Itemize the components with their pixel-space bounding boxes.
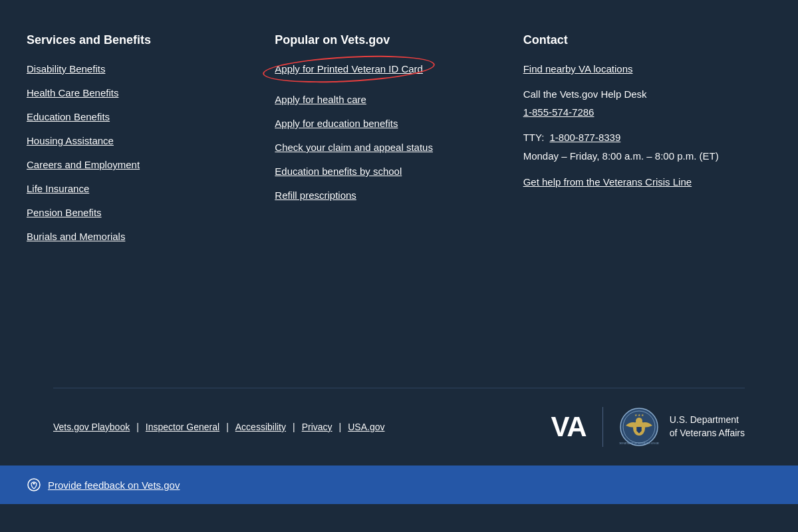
crisis-line-link[interactable]: Get help from the Veterans Crisis Line — [523, 176, 692, 188]
careers-employment-link[interactable]: Careers and Employment — [27, 159, 140, 170]
list-item: Apply for education benefits — [275, 118, 496, 130]
help-desk-label: Call the Vets.gov Help Desk — [523, 87, 745, 102]
list-item: Apply for health care — [275, 94, 496, 106]
list-item: Education benefits by school — [275, 166, 496, 178]
separator: | — [293, 422, 295, 432]
spacer — [27, 281, 771, 388]
apply-education-link[interactable]: Apply for education benefits — [275, 118, 398, 129]
bottom-links: Vets.gov Playbook | Inspector General | … — [53, 422, 384, 432]
list-item: Apply for Printed Veteran ID Card — [275, 63, 496, 75]
logo-divider — [602, 407, 603, 447]
education-benefits-link[interactable]: Education Benefits — [27, 111, 110, 122]
contact-column: Contact Find nearby VA locations Call th… — [523, 33, 771, 255]
hours-text: Monday – Friday, 8:00 a.m. – 8:00 p.m. (… — [523, 149, 745, 164]
footer-bottom: Vets.gov Playbook | Inspector General | … — [27, 388, 771, 466]
dept-line2: of Veterans Affairs — [670, 427, 745, 440]
find-locations-link[interactable]: Find nearby VA locations — [523, 63, 633, 74]
crisis-line-section: Get help from the Veterans Crisis Line — [523, 176, 745, 188]
accessibility-link[interactable]: Accessibility — [235, 422, 286, 432]
privacy-link[interactable]: Privacy — [302, 422, 332, 432]
apply-health-care-link[interactable]: Apply for health care — [275, 94, 366, 105]
va-dept-text: U.S. Department of Veterans Affairs — [670, 414, 745, 440]
apply-veteran-id-link[interactable]: Apply for Printed Veteran ID Card — [275, 63, 423, 74]
dept-line1: U.S. Department — [670, 414, 745, 427]
list-item: Burials and Memorials — [27, 231, 248, 243]
tty-phone[interactable]: 1-800-877-8339 — [550, 132, 621, 143]
va-seal-icon: ★ ★ ★ DEPARTMENT OF VETERANS AFFAIRS — [619, 407, 659, 447]
popular-column: Popular on Vets.gov Apply for Printed Ve… — [275, 33, 523, 255]
list-item: Health Care Benefits — [27, 87, 248, 99]
svg-point-7 — [33, 483, 35, 485]
services-heading: Services and Benefits — [27, 33, 248, 47]
help-desk-section: Call the Vets.gov Help Desk 1-855-574-72… — [523, 87, 745, 118]
check-claim-status-link[interactable]: Check your claim and appeal status — [275, 142, 433, 153]
separator: | — [226, 422, 229, 432]
footer-columns: Services and Benefits Disability Benefit… — [27, 33, 771, 281]
disability-benefits-link[interactable]: Disability Benefits — [27, 63, 105, 74]
refill-prescriptions-link[interactable]: Refill prescriptions — [275, 190, 356, 201]
pension-benefits-link[interactable]: Pension Benefits — [27, 207, 102, 218]
education-by-school-link[interactable]: Education benefits by school — [275, 166, 402, 177]
va-text-logo: VA — [551, 411, 586, 443]
list-item: Life Insurance — [27, 183, 248, 195]
list-item: Check your claim and appeal status — [275, 142, 496, 154]
svg-text:DEPARTMENT OF VETERANS AFFAIRS: DEPARTMENT OF VETERANS AFFAIRS — [619, 442, 659, 445]
services-column: Services and Benefits Disability Benefit… — [27, 33, 275, 255]
svg-text:★ ★ ★: ★ ★ ★ — [634, 414, 644, 417]
feedback-bar: Provide feedback on Vets.gov — [0, 466, 798, 504]
list-item: Housing Assistance — [27, 135, 248, 147]
housing-assistance-link[interactable]: Housing Assistance — [27, 135, 114, 146]
find-locations-section: Find nearby VA locations — [523, 63, 745, 75]
popular-link-list: Apply for Printed Veteran ID Card Apply … — [275, 63, 496, 201]
list-item: Refill prescriptions — [275, 190, 496, 201]
tty-section: TTY: 1-800-877-8339 Monday – Friday, 8:0… — [523, 130, 745, 164]
separator: | — [136, 422, 139, 432]
health-care-benefits-link[interactable]: Health Care Benefits — [27, 87, 118, 98]
list-item: Education Benefits — [27, 111, 248, 123]
usagov-link[interactable]: USA.gov — [348, 422, 384, 432]
life-insurance-link[interactable]: Life Insurance — [27, 183, 89, 194]
highlighted-link-wrapper: Apply for Printed Veteran ID Card — [275, 63, 423, 75]
contact-heading: Contact — [523, 33, 745, 47]
services-link-list: Disability Benefits Health Care Benefits… — [27, 63, 248, 243]
feedback-link[interactable]: Provide feedback on Vets.gov — [48, 479, 180, 491]
svg-point-3 — [636, 418, 642, 424]
inspector-general-link[interactable]: Inspector General — [146, 422, 219, 432]
va-logo-section: VA ★ ★ ★ DEPARTMENT OF VETERANS AFFAIRS — [551, 407, 745, 447]
tty-line: TTY: 1-800-877-8339 — [523, 130, 745, 146]
burials-memorials-link[interactable]: Burials and Memorials — [27, 231, 125, 242]
list-item: Pension Benefits — [27, 207, 248, 219]
popular-heading: Popular on Vets.gov — [275, 33, 496, 47]
separator: | — [339, 422, 342, 432]
playbook-link[interactable]: Vets.gov Playbook — [53, 422, 130, 432]
list-item: Careers and Employment — [27, 159, 248, 171]
list-item: Disability Benefits — [27, 63, 248, 75]
help-desk-phone[interactable]: 1-855-574-7286 — [523, 106, 595, 118]
tty-label: TTY: — [523, 132, 545, 143]
feedback-icon — [27, 477, 41, 492]
main-footer: Services and Benefits Disability Benefit… — [0, 0, 798, 466]
